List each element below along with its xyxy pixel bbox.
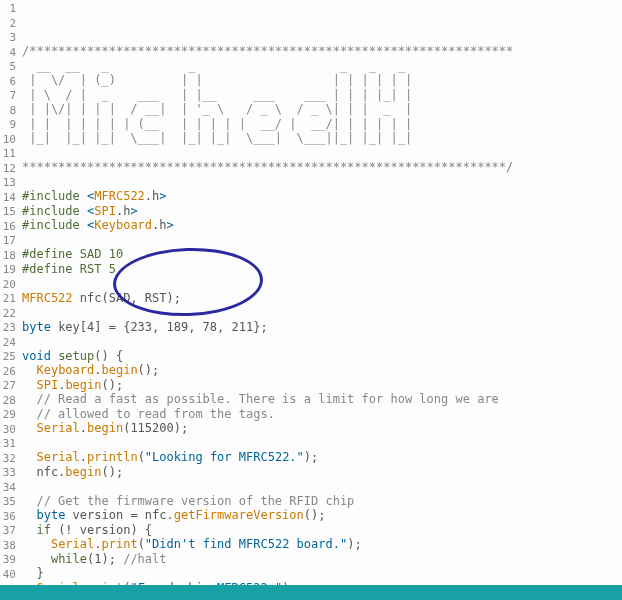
code-line[interactable]: #define SAD 10 — [22, 247, 622, 262]
code-line[interactable]: // allowed to read from the tags. — [22, 407, 622, 422]
token: key[4] = {233, 189, 78, 211}; — [51, 320, 268, 334]
token: (); — [304, 508, 326, 522]
token: | \/ | (_) | | | | | | | | — [22, 73, 412, 87]
line-number: 35 — [0, 495, 18, 510]
token: print — [102, 537, 138, 551]
token: #include — [22, 189, 87, 203]
line-number: 4 — [0, 46, 18, 61]
token: "Didn't find MFRC522 board." — [145, 537, 347, 551]
code-line[interactable]: | \/ | (_) | | | | | | | | — [22, 73, 622, 88]
line-number: 7 — [0, 89, 18, 104]
line-number: 20 — [0, 278, 18, 293]
token: setup — [58, 349, 94, 363]
line-number: 19 — [0, 263, 18, 278]
code-line[interactable]: byte version = nfc.getFirmwareVersion(); — [22, 508, 622, 523]
code-line[interactable] — [22, 276, 622, 291]
token: "Looking for MFRC522." — [145, 450, 304, 464]
code-line[interactable]: __ __ _ _ _ _ _ — [22, 59, 622, 74]
line-number: 10 — [0, 133, 18, 148]
token: byte — [22, 320, 51, 334]
line-number: 17 — [0, 234, 18, 249]
code-line[interactable]: ****************************************… — [22, 160, 622, 175]
line-number: 14 — [0, 191, 18, 206]
code-line[interactable]: Serial.print("Didn't find MFRC522 board.… — [22, 537, 622, 552]
code-line[interactable] — [22, 334, 622, 349]
line-number: 16 — [0, 220, 18, 235]
code-line[interactable] — [22, 305, 622, 320]
token: . — [80, 421, 87, 435]
code-line[interactable]: Serial.println("Looking for MFRC522."); — [22, 450, 622, 465]
line-number: 15 — [0, 205, 18, 220]
code-line[interactable]: #include <SPI.h> — [22, 204, 622, 219]
line-number: 37 — [0, 524, 18, 539]
token: #define SAD 10 — [22, 247, 123, 261]
token: ); — [347, 537, 361, 551]
token: getFirmwareVersion — [174, 508, 304, 522]
code-editor[interactable]: 1234567891011121314151617181920212223242… — [0, 0, 622, 585]
code-line[interactable]: Keyboard.begin(); — [22, 363, 622, 378]
line-number: 26 — [0, 365, 18, 380]
token: byte — [36, 508, 65, 522]
code-line[interactable]: MFRC522 nfc(SAD, RST); — [22, 291, 622, 306]
code-line[interactable]: if (! version) { — [22, 523, 622, 538]
code-line[interactable] — [22, 146, 622, 161]
code-line[interactable]: nfc.begin(); — [22, 465, 622, 480]
code-line[interactable]: while(1); //halt — [22, 552, 622, 567]
code-line[interactable]: #include <MFRC522.h> — [22, 189, 622, 204]
token: > — [130, 204, 137, 218]
token: //halt — [123, 552, 166, 566]
line-number: 23 — [0, 321, 18, 336]
token: . — [94, 537, 101, 551]
token: SPI — [94, 204, 116, 218]
code-line[interactable] — [22, 436, 622, 451]
line-number: 11 — [0, 147, 18, 162]
code-line[interactable]: // Read a fast as possible. There is a l… — [22, 392, 622, 407]
line-number: 21 — [0, 292, 18, 307]
code-line[interactable]: | |\/| | | | / __| | '_ \ / _ \ / _ \| |… — [22, 102, 622, 117]
code-line[interactable]: byte key[4] = {233, 189, 78, 211}; — [22, 320, 622, 335]
line-number: 31 — [0, 437, 18, 452]
code-line[interactable] — [22, 233, 622, 248]
code-line[interactable]: #include <Keyboard.h> — [22, 218, 622, 233]
code-line[interactable]: |_| |_| |_| \___| |_| |_| \___| \___||_|… — [22, 131, 622, 146]
token: MFRC522 — [22, 291, 73, 305]
code-line[interactable] — [22, 479, 622, 494]
token: > — [167, 218, 174, 232]
token: Serial — [36, 421, 79, 435]
token: ); — [304, 450, 318, 464]
code-line[interactable]: SPI.begin(); — [22, 378, 622, 393]
line-number: 24 — [0, 336, 18, 351]
token: #define RST 5 — [22, 262, 116, 276]
token: __ __ _ _ _ _ _ — [22, 59, 405, 73]
token: #include — [22, 218, 87, 232]
line-number: 6 — [0, 75, 18, 90]
line-number: 5 — [0, 60, 18, 75]
code-line[interactable]: } — [22, 566, 622, 581]
code-area[interactable]: /***************************************… — [18, 0, 622, 585]
status-bar — [0, 585, 622, 600]
token: > — [159, 189, 166, 203]
token: Keyboard — [94, 218, 152, 232]
token: // Get the firmware version of the RFID … — [22, 494, 354, 508]
line-number: 3 — [0, 31, 18, 46]
token: .h — [145, 189, 159, 203]
code-line[interactable]: #define RST 5 — [22, 262, 622, 277]
token: .h — [116, 204, 130, 218]
code-line[interactable]: | | | | | | | (__ | | | | | __/ | __/| |… — [22, 117, 622, 132]
code-line[interactable]: /***************************************… — [22, 44, 622, 59]
line-number: 9 — [0, 118, 18, 133]
token — [22, 508, 36, 522]
token: ****************************************… — [22, 160, 513, 174]
code-line[interactable]: void setup() { — [22, 349, 622, 364]
code-line[interactable]: // Get the firmware version of the RFID … — [22, 494, 622, 509]
token: Serial — [36, 450, 79, 464]
token: Keyboard — [36, 363, 94, 377]
code-line[interactable] — [22, 175, 622, 190]
token: (1); — [87, 552, 123, 566]
token: Serial — [51, 537, 94, 551]
code-line[interactable]: | \ / | _ ___ | |__ ___ ___ | | | |_| | — [22, 88, 622, 103]
line-number: 27 — [0, 379, 18, 394]
line-number: 29 — [0, 408, 18, 423]
code-line[interactable]: Serial.begin(115200); — [22, 421, 622, 436]
line-number: 39 — [0, 553, 18, 568]
